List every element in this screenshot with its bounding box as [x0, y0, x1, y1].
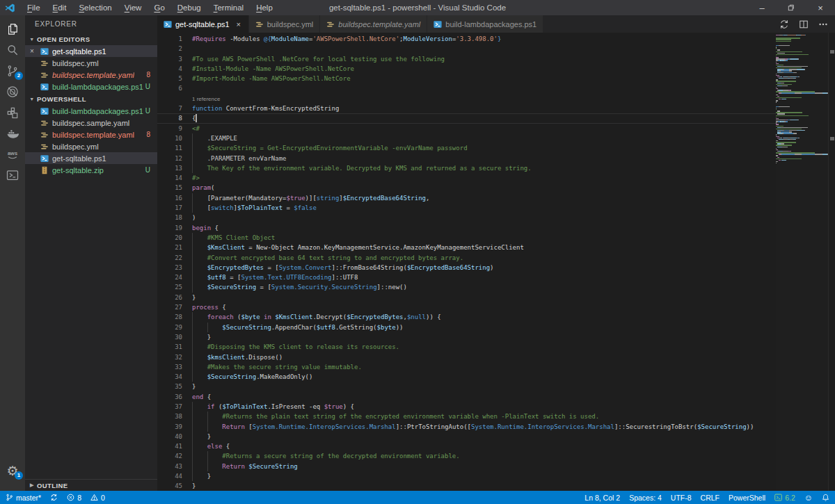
restore-button[interactable]: [777, 0, 806, 15]
tab-build-lambdapackages.ps1[interactable]: build-lambdapackages.ps1: [427, 15, 543, 33]
code-line[interactable]: 27process {: [157, 302, 776, 312]
code-line[interactable]: 1#Requires -Modules @{ModuleName='AWSPow…: [157, 34, 776, 44]
menu-go[interactable]: Go: [148, 3, 170, 12]
code-line[interactable]: 32 $kmsClient.Dispose(): [157, 352, 776, 362]
more-actions-icon[interactable]: [818, 19, 828, 29]
code-area[interactable]: 1#Requires -Modules @{ModuleName='AWSPow…: [157, 33, 776, 491]
status-item[interactable]: Spaces: 4: [629, 494, 662, 502]
codelens-label[interactable]: 1 reference: [192, 96, 220, 102]
code-line[interactable]: 38 #Returns the plain text string of the…: [157, 412, 776, 421]
code-line[interactable]: 29 $SecureString.AppendChar($utf8.GetStr…: [157, 323, 776, 332]
status-item[interactable]: Ln 8, Col 2: [584, 494, 620, 502]
code-line[interactable]: 26}: [157, 293, 776, 302]
code-line[interactable]: 16 [Parameter(Mandatory=$true)][string]$…: [157, 193, 776, 203]
code-line[interactable]: 34 $SecureString.MakeReadOnly(): [157, 372, 776, 382]
code-line[interactable]: 3#To use AWS PowerShell .NetCore for loc…: [157, 54, 776, 64]
activity-explorer-icon[interactable]: [0, 19, 25, 40]
code-line[interactable]: 20 #KMS Client Object: [157, 233, 776, 243]
sidebar-item-get-sqltable.ps1[interactable]: get-sqltable.ps1: [25, 152, 157, 164]
code-line[interactable]: 22 #Convert encrypted base 64 text strin…: [157, 253, 776, 263]
activity-debug-icon[interactable]: [0, 81, 25, 102]
tab-get-sqltable.ps1[interactable]: get-sqltable.ps1×: [157, 15, 249, 33]
status-item[interactable]: UTF-8: [671, 494, 692, 502]
close-icon[interactable]: ×: [235, 20, 242, 29]
code-line[interactable]: 19begin {: [157, 223, 776, 233]
status-item-warning-triangle[interactable]: 0: [90, 494, 105, 502]
code-line[interactable]: 30 }: [157, 332, 776, 342]
activity-aws-icon[interactable]: aws: [0, 144, 25, 165]
status-item-sync[interactable]: [50, 494, 58, 501]
code-line[interactable]: 33 #Makes the secure string value immuta…: [157, 362, 776, 372]
code-line[interactable]: 15param(: [157, 183, 776, 193]
code-line[interactable]: 11 $SecureString = Get-EncryptedEnvironm…: [157, 143, 776, 153]
status-item-error-circle[interactable]: 8: [67, 494, 81, 502]
open-changes-icon[interactable]: [779, 19, 789, 29]
code-line[interactable]: 41 else {: [157, 441, 776, 451]
close-icon[interactable]: ×: [30, 47, 38, 55]
code-line[interactable]: 10 .EXAMPLE: [157, 133, 776, 143]
code-line[interactable]: 43 Return $SecureString: [157, 462, 776, 471]
sidebar-item-get-sqltable.zip[interactable]: get-sqltable.zipU: [25, 164, 157, 176]
sidebar-item-buildspec.template.yaml[interactable]: buildspec.template.yaml8: [25, 129, 157, 140]
sidebar-item-buildspec.template.yaml[interactable]: buildspec.template.yaml8: [25, 69, 157, 81]
code-line[interactable]: 13 The Key of the environment variable. …: [157, 163, 776, 173]
minimap[interactable]: [776, 33, 828, 491]
sidebar-item-build-lambdapackages.ps1[interactable]: build-lambdapackages.ps1U: [25, 81, 157, 92]
code-line[interactable]: 5#Import-Module -Name AWSPowerShell.NetC…: [157, 74, 776, 83]
activity-source-control-icon[interactable]: 2: [0, 60, 25, 81]
outline-header[interactable]: ▶ OUTLINE: [25, 479, 157, 491]
code-line[interactable]: 14#>: [157, 173, 776, 183]
code-line[interactable]: 18): [157, 213, 776, 222]
code-line[interactable]: 31 #Disposing the KMS client to release …: [157, 342, 776, 352]
menu-view[interactable]: View: [118, 3, 148, 12]
settings-gear-icon[interactable]: ⚙1: [0, 460, 25, 481]
menu-help[interactable]: Help: [250, 3, 279, 12]
code-line[interactable]: 12 .PARAMETER envVarName: [157, 154, 776, 163]
activity-extensions-icon[interactable]: [0, 102, 25, 123]
open-editors-header[interactable]: ▼ OPEN EDITORS: [25, 33, 157, 45]
close-window-button[interactable]: ×: [806, 0, 835, 15]
sidebar-item-buildspec.yml[interactable]: buildspec.yml: [25, 57, 157, 69]
code-line[interactable]: 45}: [157, 481, 776, 491]
menu-edit[interactable]: Edit: [47, 3, 73, 12]
tab-buildspec.yml[interactable]: buildspec.yml: [249, 15, 321, 33]
sidebar-item-get-sqltable.ps1[interactable]: ×get-sqltable.ps1: [25, 45, 157, 57]
minimize-button[interactable]: –: [747, 0, 777, 15]
menu-debug[interactable]: Debug: [171, 3, 207, 12]
status-item-bell[interactable]: [822, 494, 829, 501]
code-line[interactable]: 36end {: [157, 392, 776, 402]
status-item[interactable]: PowerShell: [729, 494, 765, 502]
code-line[interactable]: 44 }: [157, 471, 776, 481]
code-line[interactable]: 4#Install-Module -Name AWSPowerShell.Net…: [157, 64, 776, 74]
sidebar-item-buildspec.sample.yaml[interactable]: buildspec.sample.yaml: [25, 117, 157, 129]
menu-terminal[interactable]: Terminal: [207, 3, 250, 12]
code-line[interactable]: 42 #Returns a secure string of the decry…: [157, 451, 776, 461]
tab-buildspec.template.yaml[interactable]: buildspec.template.yaml: [320, 15, 427, 33]
code-line[interactable]: 9<#: [157, 124, 776, 133]
activity-powershell-terminal-icon[interactable]: [0, 165, 25, 186]
status-item-powershell-version[interactable]: 6.2: [774, 494, 795, 502]
code-line[interactable]: 37 if ($ToPlainText.IsPresent -eq $true)…: [157, 402, 776, 412]
menu-file[interactable]: File: [21, 3, 47, 12]
code-line[interactable]: 39 Return [System.Runtime.InteropService…: [157, 422, 776, 432]
split-editor-icon[interactable]: [799, 19, 809, 29]
code-line[interactable]: 6: [157, 83, 776, 93]
code-line[interactable]: 24 $utf8 = [System.Text.UTF8Encoding]::U…: [157, 273, 776, 282]
menu-selection[interactable]: Selection: [72, 3, 118, 12]
folder-section-header[interactable]: ▼ POWERSHELL: [25, 92, 157, 105]
code-line[interactable]: 28 foreach ($byte in $KmsClient.Decrypt(…: [157, 312, 776, 322]
code-line[interactable]: 23 $EncryptedBytes = [System.Convert]::F…: [157, 263, 776, 273]
code-line[interactable]: 21 $KmsClient = New-Object Amazon.KeyMan…: [157, 243, 776, 252]
code-line[interactable]: 8{: [157, 113, 776, 123]
code-line[interactable]: 35}: [157, 382, 776, 391]
codelens[interactable]: 1 reference: [157, 94, 776, 104]
sidebar-item-buildspec.yml[interactable]: buildspec.yml: [25, 140, 157, 152]
code-line[interactable]: 40 }: [157, 432, 776, 441]
activity-docker-icon[interactable]: [0, 123, 25, 144]
code-line[interactable]: 7function ConvertFrom-KmsEncryptedString: [157, 104, 776, 113]
code-line[interactable]: 17 [switch]$ToPlainText = $false: [157, 203, 776, 213]
sidebar-item-build-lambdapackages.ps1[interactable]: build-lambdapackages.ps1U: [25, 105, 157, 117]
activity-search-icon[interactable]: [0, 40, 25, 60]
status-item-smiley[interactable]: ☺: [804, 494, 813, 502]
code-line[interactable]: 25 $SecureString = [System.Security.Secu…: [157, 282, 776, 292]
